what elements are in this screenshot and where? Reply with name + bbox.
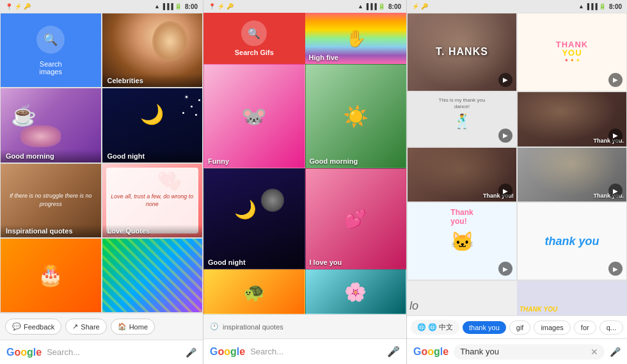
thankyou-script-cell[interactable]: thank you ▶ (517, 202, 627, 280)
chip-thank-you-label: thank you (469, 324, 500, 331)
colorful-bg (102, 239, 203, 312)
play-button-3[interactable]: ▶ (498, 129, 512, 143)
partial-cell-2[interactable]: THANK YOU (517, 281, 627, 315)
partial-bg2: THANK YOU (517, 281, 627, 315)
sun-emoji: ☀️ (343, 104, 369, 129)
partial-grid: lo THANK YOU (407, 281, 627, 315)
thankyou-colorful-cell[interactable]: THANK YOU ✦ ✦ ✦ ▶ (517, 13, 627, 91)
good-night-label: Good night (102, 150, 203, 162)
good-night-gif-cell[interactable]: 🌙 Good night (203, 168, 305, 269)
colorful-cell[interactable] (102, 238, 203, 313)
cat-emoji: 🐱 (450, 230, 474, 253)
stick-figure-icon: 🕺 (454, 113, 471, 130)
p2-extra2-cell[interactable]: 🌸 (305, 269, 407, 314)
thank-you-script-text: thank you (545, 235, 599, 248)
funny-bg: 🐭 (204, 65, 305, 168)
celebrities-cell[interactable]: Celebrities (102, 13, 203, 88)
p2-partial-row: 🐢 🌸 (203, 269, 406, 314)
moon-icon: 🌙 (140, 103, 164, 125)
clear-button[interactable]: ✕ (591, 347, 598, 357)
search-images-label: Search images (40, 60, 62, 75)
chip-thank-you[interactable]: thank you (463, 321, 506, 334)
panel-2: 📍 ⚡ 🔑 ▲ ▐▐▐ 🔋 8:00 🔍 Search Gifs ✋ High … (203, 0, 407, 364)
good-night-gif-label: Good night (208, 258, 246, 266)
chip-q[interactable]: q... (599, 320, 623, 335)
play-button-2[interactable]: ▶ (608, 73, 623, 87)
home-button[interactable]: 🏠 Home (111, 319, 155, 335)
thankyou-pusheen-cell[interactable]: 🐱 Thankyou! ▶ (407, 202, 517, 280)
panel-3: ⚡ 🔑 ▲ ▐▐▐ 🔋 8:00 T. HANKS ▶ (407, 0, 627, 364)
birthday-bg: 🎂 (1, 239, 101, 312)
high-five-label: High five (309, 54, 338, 61)
feedback-button[interactable]: 💬 Feedback (5, 319, 61, 335)
chip-gif[interactable]: gif (509, 320, 531, 335)
chip-for[interactable]: for (574, 320, 596, 335)
thankyou-figure-cell[interactable]: Thank you! ▶ (407, 147, 517, 203)
good-night-cell[interactable]: 🌙 Good night (102, 88, 203, 162)
birthday-cell[interactable]: 🎂 (0, 238, 102, 313)
love-emoji: 💕 (344, 209, 367, 230)
p2-extra1-cell[interactable]: 🐢 (203, 269, 305, 314)
love-quotes-cell[interactable]: ❤️ ❤️ Love all, trust a few, do wrong to… (102, 163, 203, 238)
chip-images-label: images (541, 324, 563, 331)
chip-lang-label: 🌐 中文 (428, 322, 453, 332)
insp-quotes-cell[interactable]: If there is no struggle there is no prog… (0, 163, 102, 238)
search-input-1[interactable]: Search... (47, 347, 180, 357)
planet-icon (261, 189, 284, 212)
play-button-1[interactable]: ▶ (498, 73, 512, 87)
good-morning-gif-cell[interactable]: ☀️ Good morning (305, 64, 407, 168)
mic-icon-1[interactable]: 🎤 (185, 347, 196, 358)
battery-icon: 🔋 (175, 3, 182, 10)
chip-images[interactable]: images (534, 320, 570, 335)
ily-gif-bg: 💕 (306, 169, 406, 269)
thankyou-darkman-cell[interactable]: Thank you. ▶ (517, 91, 627, 147)
share-button[interactable]: ↗ Share (65, 319, 106, 335)
search-gifs-btn[interactable]: 🔍 Search Gifs (203, 13, 305, 64)
bluetooth-icon-3: ⚡ (412, 3, 419, 10)
partial-text-1: lo (409, 299, 418, 313)
mic-icon-2[interactable]: 🎤 (387, 345, 400, 358)
thank-you-colorful-pusheen: Thankyou! (450, 208, 473, 226)
i-love-you-gif-cell[interactable]: 💕 I love you (305, 168, 407, 269)
partial-cell-1[interactable]: lo (407, 281, 517, 315)
play-button-4[interactable]: ▶ (608, 129, 623, 143)
turtle-emoji: 🐢 (243, 281, 266, 303)
status-right-2: ▲ ▐▐▐ 🔋 8:00 (358, 3, 401, 10)
thankyou-hanks-cell[interactable]: T. HANKS ▶ (407, 13, 517, 91)
thankyou-dance-cell[interactable]: This is my thank you dance! 🕺 ▶ (407, 91, 517, 147)
key-icon-2: 🔑 (226, 3, 234, 10)
wifi-icon-3: ▲ (578, 3, 584, 10)
search-input-3[interactable]: Thank you ✕ (454, 344, 605, 360)
thankyou-woman-cell[interactable]: Thank you. ▶ (517, 147, 627, 203)
search-gifs-circle: 🔍 (241, 20, 267, 46)
high-five-cell[interactable]: ✋ High five (305, 13, 407, 64)
bluetooth-icon-2: ⚡ (218, 3, 225, 10)
key-icon-3: 🔑 (421, 3, 428, 10)
status-left-icons-1: 📍 ⚡ 🔑 (5, 3, 154, 10)
bluetooth-icon: ⚡ (15, 3, 22, 10)
feedback-label: Feedback (24, 323, 54, 331)
status-left-2: 📍 ⚡ 🔑 (209, 3, 358, 10)
good-morning-cell[interactable]: ☕ Good morning (0, 88, 102, 162)
good-morning-gif-label: Good morning (310, 157, 358, 165)
gn-gif-bg: 🌙 (204, 169, 305, 269)
signal-icon: ▐▐▐ (161, 3, 173, 10)
funny-gif-cell[interactable]: 🐭 Funny (203, 64, 305, 168)
mic-icon-3[interactable]: 🎤 (610, 347, 621, 357)
search-input-2[interactable]: Search... (250, 347, 382, 356)
time-3: 8:00 (609, 3, 622, 10)
funny-label: Funny (208, 157, 229, 165)
panel-1: 📍 ⚡ 🔑 ▲ ▐▐▐ 🔋 8:00 🔍 Search images (0, 0, 203, 364)
location-icon: 📍 (5, 3, 13, 10)
search-images-cell[interactable]: 🔍 Search images (0, 13, 102, 88)
signal-icon-3: ▐▐▐ (585, 3, 598, 10)
chip-lang[interactable]: 🌐 🌐 中文 (411, 320, 459, 335)
chip-q-label: q... (607, 324, 616, 331)
hand-icon: ✋ (345, 29, 366, 49)
status-bar-1: 📍 ⚡ 🔑 ▲ ▐▐▐ 🔋 8:00 (0, 0, 203, 13)
play-button-8[interactable]: ▶ (608, 262, 623, 276)
search-gifs-icon: 🔍 (248, 28, 260, 40)
chip-for-label: for (581, 324, 589, 331)
play-button-7[interactable]: ▶ (498, 262, 512, 276)
love-quote-text: Love all, trust a few, do wrong to none (106, 168, 199, 233)
